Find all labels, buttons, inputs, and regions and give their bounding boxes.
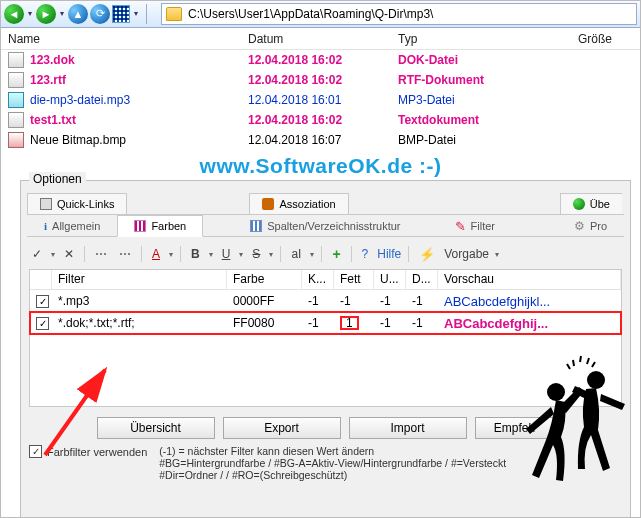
col-type[interactable]: Typ	[390, 30, 540, 48]
recommend-button[interactable]: Empfeh	[475, 417, 555, 439]
file-icon	[8, 52, 24, 68]
preset-label[interactable]: Vorgabe	[444, 247, 489, 261]
file-row: die-mp3-datei.mp3 12.04.2018 16:01 MP3-D…	[0, 90, 641, 110]
options-top-tabs: Quick-Links Assoziation Übe	[27, 193, 624, 215]
options-sub-tabs: iAllgemein Farben Spalten/Verzeichnisstr…	[27, 215, 624, 237]
view-grid-icon[interactable]	[112, 5, 130, 23]
file-row: test1.txt 12.04.2018 16:02 Textdokument	[0, 110, 641, 130]
col-bold[interactable]: Fett	[334, 270, 374, 289]
tab-allgemein[interactable]: iAllgemein	[27, 215, 117, 236]
filter-row: ✓ *.mp3 0000FF -1 -1 -1 -1 ABCabcdefghij…	[30, 290, 621, 312]
file-icon	[8, 72, 24, 88]
tab-spalten[interactable]: Spalten/Verzeichnisstruktur	[233, 215, 417, 236]
col-filter[interactable]: Filter	[52, 270, 227, 289]
filter-checkbox[interactable]: ✓	[36, 317, 49, 330]
file-row: Neue Bitmap.bmp 12.04.2018 16:07 BMP-Dat…	[0, 130, 641, 150]
filter-icon: ✎	[455, 219, 466, 234]
bold-icon[interactable]: B	[188, 247, 203, 261]
col-k[interactable]: K...	[302, 270, 334, 289]
watermark: www.SoftwareOK.de :-)	[0, 150, 641, 180]
globe-icon	[573, 198, 585, 210]
path-text: C:\Users\User1\AppData\Roaming\Q-Dir\mp3…	[188, 7, 433, 21]
nav-forward-icon[interactable]: ►	[36, 4, 56, 24]
help-label[interactable]: Hilfe	[377, 247, 401, 261]
main-toolbar: ◄ ▾ ► ▾ ▲ ⟳ ▾ C:\Users\User1\AppData\Roa…	[0, 0, 641, 28]
col-color[interactable]: Farbe	[227, 270, 302, 289]
file-row: 123.dok 12.04.2018 16:02 DOK-Datei	[0, 50, 641, 70]
tab-quicklinks[interactable]: Quick-Links	[27, 193, 127, 214]
tab-uber[interactable]: Übe	[560, 193, 622, 214]
filter-row-highlighted: ✓ *.dok;*.txt;*.rtf; FF0080 -1 1 -1 -1 A…	[30, 312, 621, 334]
view-dropdown[interactable]: ▾	[132, 4, 140, 24]
gear-icon: ⚙	[574, 219, 585, 233]
check-icon[interactable]: ✓	[29, 247, 45, 261]
nav-back-dropdown[interactable]: ▾	[26, 4, 34, 24]
file-icon	[8, 132, 24, 148]
columns-icon	[250, 220, 262, 232]
separator	[146, 4, 147, 24]
nav-up-icon[interactable]: ▲	[68, 4, 88, 24]
colors-icon	[134, 220, 146, 232]
file-icon	[8, 112, 24, 128]
tab-pro[interactable]: ⚙Pro	[557, 215, 624, 236]
tab-filter[interactable]: ✎Filter	[438, 215, 512, 236]
bold-cell-highlight: 1	[340, 316, 359, 330]
col-u[interactable]: U...	[374, 270, 406, 289]
info-icon: i	[44, 220, 47, 232]
underline-icon[interactable]: U	[219, 247, 234, 261]
options-label: Optionen	[29, 172, 86, 186]
association-icon	[262, 198, 274, 210]
dots2-icon[interactable]: ⋯	[116, 247, 134, 261]
file-icon	[8, 92, 24, 108]
use-colorfilter-checkbox[interactable]: ✓	[29, 445, 42, 458]
footer: ✓ Farbfilter verwenden (-1) = nächster F…	[29, 445, 622, 481]
file-list[interactable]: 123.dok 12.04.2018 16:02 DOK-Datei 123.r…	[0, 50, 641, 150]
format-toolbar: ✓▾ ✕ ⋯ ⋯ A▾ B▾ U▾ S▾ aI▾ + ? Hilfe ⚡ Vor…	[29, 243, 622, 265]
button-row: Übersicht Export Import Empfeh	[29, 417, 622, 439]
chain-icon	[40, 198, 52, 210]
nav-fwd-dropdown[interactable]: ▾	[58, 4, 66, 24]
tab-assoziation[interactable]: Assoziation	[249, 193, 348, 214]
preset-icon[interactable]: ⚡	[416, 247, 438, 262]
overview-button[interactable]: Übersicht	[97, 417, 215, 439]
col-name[interactable]: Name	[0, 30, 240, 48]
export-button[interactable]: Export	[223, 417, 341, 439]
filter-checkbox[interactable]: ✓	[36, 295, 49, 308]
fontcolor-icon[interactable]: A	[149, 247, 163, 261]
address-bar[interactable]: C:\Users\User1\AppData\Roaming\Q-Dir\mp3…	[161, 3, 637, 25]
textstyle-icon[interactable]: aI	[288, 247, 304, 261]
use-colorfilter-label: Farbfilter verwenden	[47, 446, 147, 458]
options-panel: Optionen Quick-Links Assoziation Übe iAl…	[20, 180, 631, 518]
filter-header-row: Filter Farbe K... Fett U... D... Vorscha…	[30, 270, 621, 290]
nav-refresh-icon[interactable]: ⟳	[90, 4, 110, 24]
file-list-header: Name Datum Typ Größe	[0, 28, 641, 50]
nav-back-icon[interactable]: ◄	[4, 4, 24, 24]
help-icon[interactable]: ?	[359, 247, 372, 261]
strike-icon[interactable]: S	[249, 247, 263, 261]
file-row: 123.rtf 12.04.2018 16:02 RTF-Dokument	[0, 70, 641, 90]
tab-farben[interactable]: Farben	[117, 215, 203, 237]
col-d[interactable]: D...	[406, 270, 438, 289]
import-button[interactable]: Import	[349, 417, 467, 439]
col-size[interactable]: Größe	[540, 30, 620, 48]
cancel-icon[interactable]: ✕	[61, 247, 77, 261]
col-preview[interactable]: Vorschau	[438, 270, 621, 289]
filter-table: Filter Farbe K... Fett U... D... Vorscha…	[29, 269, 622, 407]
col-date[interactable]: Datum	[240, 30, 390, 48]
add-icon[interactable]: +	[329, 246, 343, 262]
dots-icon[interactable]: ⋯	[92, 247, 110, 261]
folder-icon	[166, 7, 182, 21]
